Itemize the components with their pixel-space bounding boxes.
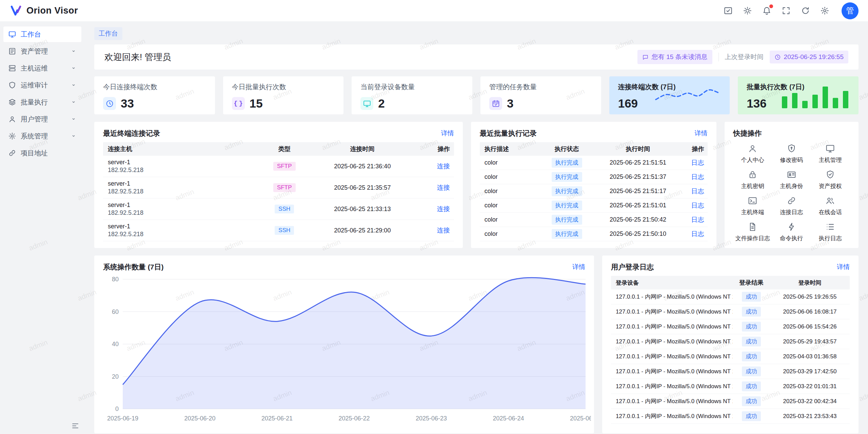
stat-batch-7d: 批量执行次数 (7日) 136	[738, 76, 859, 114]
exec-desc: color	[480, 202, 538, 209]
batch-detail-link[interactable]: 详情	[695, 129, 708, 138]
sidebar-item-asset-management[interactable]: 资产管理	[3, 43, 81, 59]
stat-value: 136	[747, 97, 766, 110]
sidebar-collapse-icon[interactable]	[71, 422, 79, 430]
quick-action-host-manage[interactable]: 主机管理	[811, 144, 850, 164]
login-result-badge: 成功	[742, 381, 761, 391]
quick-action-file-log[interactable]: 文件操作日志	[733, 222, 772, 242]
settings-gear-icon[interactable]	[820, 6, 829, 15]
quick-action-command-exec[interactable]: 命令执行	[772, 222, 811, 242]
log-link[interactable]: 日志	[691, 216, 704, 223]
table-row: 127.0.0.1 - 内网IP - Mozilla/5.0 (Windows …	[611, 334, 850, 349]
welcome-title: 欢迎回来! 管理员	[104, 51, 171, 63]
exec-time: 2025-06-25 21:50:10	[596, 230, 680, 238]
login-time: 2025-06-25 19:26:55	[770, 294, 850, 300]
table-row: color 执行完成 2025-06-25 21:51:17 日志	[480, 184, 708, 199]
login-result-badge: 成功	[742, 352, 761, 361]
table-row: 127.0.0.1 - 内网IP - Mozilla/5.0 (Windows …	[611, 319, 850, 334]
task-calendar-icon	[489, 97, 502, 110]
sidebar-item-workbench[interactable]: 工作台	[3, 26, 81, 42]
sidebar-item-project-link[interactable]: 项目地址	[3, 145, 81, 161]
connect-link[interactable]: 连接	[437, 227, 450, 234]
quick-action-user-center[interactable]: 个人中心	[733, 144, 772, 164]
col-result: 登录结果	[733, 279, 770, 287]
quick-action-connect-log[interactable]: 连接日志	[772, 196, 811, 216]
login-log-table: 登录设备 登录结果 登录时间 127.0.0.1 - 内网IP - Mozill…	[611, 276, 850, 424]
file-log-icon	[748, 222, 757, 232]
login-time: 2025-06-06 16:08:17	[770, 308, 850, 315]
log-link[interactable]: 日志	[691, 173, 704, 181]
panel-terminal-records: 最近终端连接记录 详情 连接主机 类型 连接时间 操作	[94, 122, 463, 248]
quick-action-exec-log[interactable]: 执行日志	[811, 222, 850, 242]
user-avatar[interactable]: 管	[842, 2, 859, 19]
refresh-icon[interactable]	[801, 6, 810, 15]
exec-status-badge: 执行完成	[552, 201, 582, 210]
connect-time: 2025-06-25 21:29:00	[308, 227, 417, 234]
exec-status-badge: 执行完成	[552, 158, 582, 168]
unread-messages-badge[interactable]: 您有 15 条未读消息	[637, 50, 712, 64]
log-link[interactable]: 日志	[691, 230, 704, 238]
login-result-badge: 成功	[742, 396, 761, 406]
logo-text: Orion Visor	[26, 5, 78, 16]
clock-icon	[103, 97, 116, 110]
connect-link[interactable]: 连接	[437, 184, 450, 191]
sidebar-item-batch-exec[interactable]: 批量执行	[3, 94, 81, 110]
stat-label: 管理的任务数量	[489, 82, 592, 92]
log-link[interactable]: 日志	[691, 159, 704, 166]
col-host: 连接主机	[103, 145, 261, 153]
change-password-icon	[787, 144, 796, 153]
connect-link[interactable]: 连接	[437, 205, 450, 212]
terminal-detail-link[interactable]: 详情	[441, 129, 454, 138]
table-row: color 执行完成 2025-06-25 21:51:37 日志	[480, 170, 708, 184]
command-exec-icon	[787, 222, 796, 232]
system-chart-detail-link[interactable]: 详情	[572, 263, 585, 271]
log-link[interactable]: 日志	[691, 188, 704, 195]
notification-bell-icon[interactable]	[762, 6, 771, 15]
breadcrumb[interactable]: 工作台	[94, 27, 122, 40]
online-session-icon	[825, 196, 835, 206]
login-log-detail-link[interactable]: 详情	[837, 263, 850, 271]
user-management-icon	[8, 115, 16, 123]
status-check-icon[interactable]	[724, 6, 733, 15]
svg-text:60: 60	[112, 308, 119, 315]
quick-action-change-password[interactable]: 修改密码	[772, 144, 811, 164]
light-mode-sun-icon[interactable]	[743, 6, 752, 15]
sidebar-item-user-management[interactable]: 用户管理	[3, 111, 81, 127]
stat-login-devices: 当前登录设备数量 2	[352, 76, 472, 114]
protocol-badge: SFTP	[273, 162, 295, 171]
host-ip: 182.92.5.218	[108, 230, 258, 238]
quick-action-host-identity[interactable]: 主机身份	[772, 170, 811, 190]
log-link[interactable]: 日志	[691, 202, 704, 209]
quick-action-host-terminal[interactable]: 主机终端	[733, 196, 772, 216]
panel-title: 最近终端连接记录	[103, 129, 160, 138]
table-row: server-1 182.92.5.218 SSH 2025-06-25 21:…	[103, 199, 454, 220]
sidebar-item-ops-audit[interactable]: 运维审计	[3, 77, 81, 93]
host-name: server-1	[108, 158, 258, 166]
panel-quick-actions: 快捷操作 个人中心 修改密码 主机管理	[725, 122, 859, 248]
workbench-icon	[8, 30, 16, 38]
chevron-down-icon	[71, 99, 77, 105]
sidebar-item-host-ops[interactable]: 主机运维	[3, 60, 81, 76]
svg-text:20: 20	[112, 373, 119, 380]
quick-action-asset-grant[interactable]: 资产授权	[811, 170, 850, 190]
exec-time: 2025-06-25 21:51:37	[596, 173, 680, 181]
logo-icon	[9, 4, 22, 17]
sidebar-item-system-management[interactable]: 系统管理	[3, 128, 81, 144]
connect-link[interactable]: 连接	[437, 163, 450, 170]
divider	[718, 53, 719, 61]
protocol-badge: SSH	[275, 205, 294, 213]
connect-time: 2025-06-25 21:36:40	[308, 163, 417, 170]
stat-terminal-7d: 连接终端次数 (7日) 169	[609, 76, 730, 114]
login-device: 127.0.0.1 - 内网IP - Mozilla/5.0 (Windows …	[611, 412, 733, 420]
stat-today-batch: 今日批量执行次数 { } 15	[223, 76, 344, 114]
app-logo[interactable]: Orion Visor	[9, 4, 78, 17]
fullscreen-icon[interactable]	[782, 6, 791, 15]
batch-7d-barchart	[781, 84, 850, 108]
login-result-badge: 成功	[742, 411, 761, 421]
table-row: 127.0.0.1 - 内网IP - Mozilla/5.0 (Windows …	[611, 304, 850, 319]
exec-log-icon	[825, 222, 835, 232]
quick-action-host-key[interactable]: 主机密钥	[733, 170, 772, 190]
chevron-down-icon	[71, 82, 77, 88]
quick-action-online-session[interactable]: 在线会话	[811, 196, 850, 216]
protocol-badge: SSH	[275, 226, 294, 235]
